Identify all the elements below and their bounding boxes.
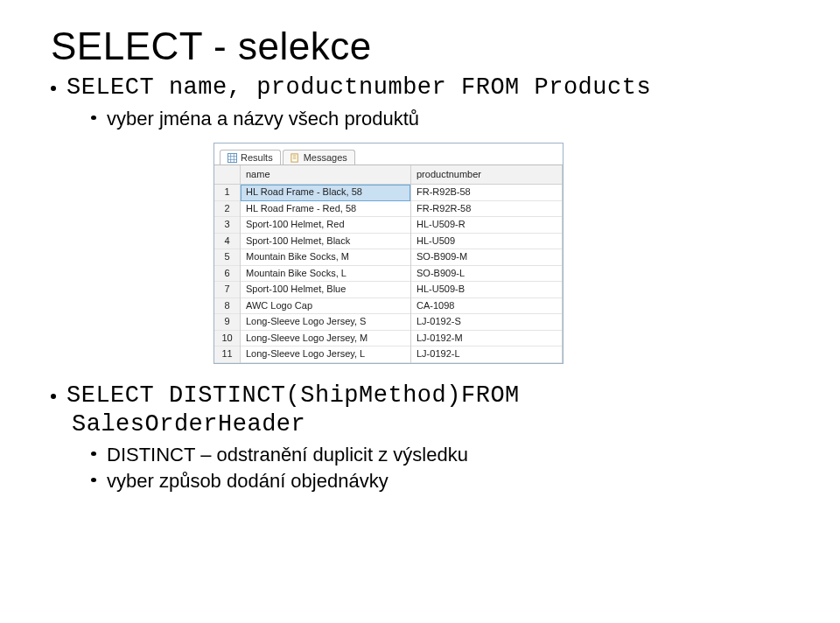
code-line-2b: SalesOrderHeader (72, 411, 796, 438)
cell-name[interactable]: HL Road Frame - Red, 58 (241, 201, 410, 218)
cell-pn[interactable]: HL-U509-B (411, 282, 562, 298)
bullet-sub-1: vyber jména a názvy všech produktů (91, 107, 796, 131)
result-tabs: Results Messages (214, 144, 563, 165)
note-icon (290, 153, 300, 163)
cell-name[interactable]: Sport-100 Helmet, Blue (241, 282, 410, 298)
results-grid: 1 2 3 4 5 6 7 8 9 10 11 name HL Road Fra… (214, 165, 563, 363)
sub-text-1: vyber jména a názvy všech produktů (107, 107, 419, 131)
tab-results[interactable]: Results (220, 150, 281, 164)
row-num[interactable]: 5 (214, 249, 240, 266)
cell-pn[interactable]: LJ-0192-S (411, 314, 562, 331)
cell-name[interactable]: Long-Sleeve Logo Jersey, L (241, 346, 410, 363)
bullet-code-2: SELECT DISTINCT(ShipMethod)FROM (51, 382, 796, 411)
cell-name[interactable]: Mountain Bike Socks, L (241, 266, 410, 283)
cell-pn[interactable]: CA-1098 (411, 298, 562, 315)
cell-pn[interactable]: HL-U509 (411, 234, 562, 250)
cell-pn[interactable]: FR-R92R-58 (411, 201, 562, 218)
code-line-2a: SELECT DISTINCT(ShipMethod)FROM (66, 382, 520, 411)
svg-rect-5 (291, 154, 298, 162)
bullet-sub-2a: DISTINCT – odstranění duplicit z výsledk… (91, 443, 796, 467)
column-name: name HL Road Frame - Black, 58 HL Road F… (241, 165, 411, 363)
bullet-code-1: SELECT name, productnumber FROM Products (51, 74, 796, 103)
cell-pn[interactable]: SO-B909-L (411, 266, 562, 283)
row-num[interactable]: 11 (214, 346, 240, 363)
row-num[interactable]: 8 (214, 298, 240, 315)
bullet-sub-2b: vyber způsob dodání objednávky (91, 469, 796, 494)
col-header-productnumber[interactable]: productnumber (411, 165, 562, 185)
cell-name[interactable]: AWC Logo Cap (241, 298, 410, 315)
sub-text-2b: vyber způsob dodání objednávky (107, 469, 388, 494)
row-num[interactable]: 1 (214, 185, 240, 201)
grid-icon (228, 153, 237, 163)
results-panel: Results Messages 1 2 3 4 5 6 (214, 143, 564, 364)
tab-messages[interactable]: Messages (283, 150, 355, 164)
cell-name[interactable]: Mountain Bike Socks, M (241, 249, 410, 266)
code-line-1: SELECT name, productnumber FROM Products (66, 74, 651, 103)
col-header-name[interactable]: name (241, 165, 410, 185)
cell-pn[interactable]: HL-U509-R (411, 217, 562, 234)
cell-pn[interactable]: FR-R92B-58 (411, 185, 562, 201)
svg-rect-0 (228, 153, 236, 162)
sub-text-2a: DISTINCT – odstranění duplicit z výsledk… (107, 443, 468, 467)
cell-pn[interactable]: SO-B909-M (411, 249, 562, 266)
cell-pn[interactable]: LJ-0192-M (411, 331, 562, 347)
page-title: SELECT - selekce (51, 24, 796, 68)
row-num[interactable]: 6 (214, 266, 240, 283)
tab-results-label: Results (241, 152, 273, 163)
bullet-dot (51, 86, 56, 91)
bullet-dot-small (91, 452, 96, 456)
bullet-dot (51, 394, 56, 399)
cell-name[interactable]: Long-Sleeve Logo Jersey, M (241, 331, 410, 347)
row-num[interactable]: 10 (214, 331, 240, 347)
row-num[interactable]: 3 (214, 217, 240, 234)
row-num[interactable]: 2 (214, 201, 240, 218)
bullet-dot-small (91, 116, 96, 120)
cell-name[interactable]: Long-Sleeve Logo Jersey, S (241, 314, 410, 331)
cell-name[interactable]: Sport-100 Helmet, Red (241, 217, 410, 234)
row-num[interactable]: 4 (214, 234, 240, 250)
bullet-dot-small (91, 478, 96, 482)
row-number-column: 1 2 3 4 5 6 7 8 9 10 11 (214, 165, 241, 363)
cell-name[interactable]: Sport-100 Helmet, Black (241, 234, 410, 250)
row-num[interactable]: 9 (214, 314, 240, 331)
cell-pn[interactable]: LJ-0192-L (411, 346, 562, 363)
tab-messages-label: Messages (304, 152, 347, 163)
row-num[interactable]: 7 (214, 282, 240, 298)
column-productnumber: productnumber FR-R92B-58 FR-R92R-58 HL-U… (411, 165, 563, 363)
cell-name[interactable]: HL Road Frame - Black, 58 (241, 185, 410, 201)
